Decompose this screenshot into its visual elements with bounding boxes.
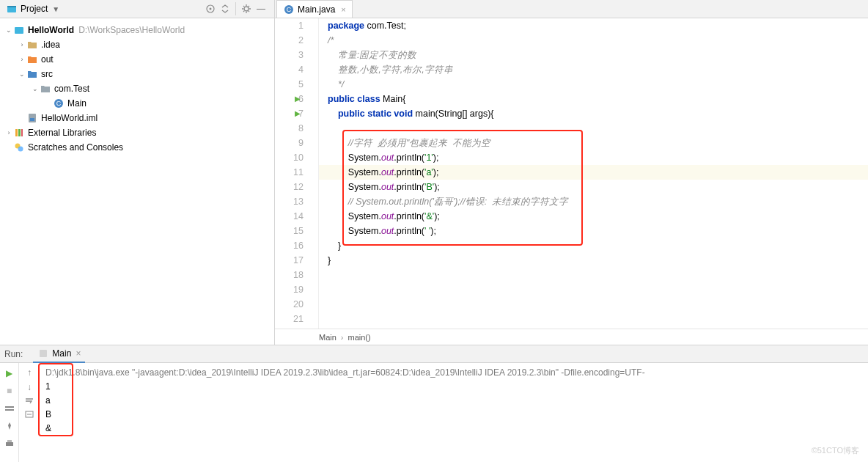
console-line: B bbox=[45, 408, 862, 422]
project-icon bbox=[6, 3, 18, 15]
svg-rect-12 bbox=[21, 129, 23, 136]
project-folder-icon bbox=[13, 24, 25, 36]
tree-label: External Libraries bbox=[28, 128, 96, 138]
svg-rect-17 bbox=[40, 350, 47, 357]
console-line: & bbox=[45, 422, 862, 436]
target-icon[interactable] bbox=[203, 1, 218, 16]
folder-icon bbox=[26, 39, 38, 51]
svg-point-14 bbox=[18, 147, 23, 152]
chevron-down-icon: ⌄ bbox=[18, 70, 26, 78]
chevron-down-icon: ⌄ bbox=[4, 26, 13, 34]
divider bbox=[235, 2, 236, 15]
svg-rect-9 bbox=[30, 118, 34, 121]
breadcrumb-class[interactable]: Main bbox=[319, 333, 336, 342]
svg-text:C: C bbox=[287, 6, 292, 13]
tree-item-package[interactable]: ⌄ com.Test bbox=[0, 81, 274, 96]
stop-icon[interactable]: ■ bbox=[4, 385, 15, 397]
scratches-icon bbox=[13, 142, 25, 153]
chevron-right-icon: › bbox=[4, 129, 13, 136]
tree-label: src bbox=[41, 69, 53, 79]
libraries-icon bbox=[13, 127, 25, 139]
down-icon[interactable]: ↓ bbox=[27, 382, 32, 392]
tree-label: .idea bbox=[41, 40, 60, 50]
project-name: HelloWorld bbox=[28, 25, 74, 35]
breadcrumb-method[interactable]: main() bbox=[348, 333, 371, 342]
tree-scratches[interactable]: Scratches and Consoles bbox=[0, 140, 274, 155]
hide-icon[interactable]: — bbox=[254, 1, 268, 16]
breadcrumb: Main › main() bbox=[275, 329, 868, 345]
chevron-right-icon: › bbox=[18, 56, 26, 63]
run-gutter-icon[interactable]: ▶ bbox=[295, 92, 301, 106]
code-editor[interactable]: 12345 6▶ 7▶ 89101112131415161718192021 p… bbox=[275, 18, 868, 329]
svg-rect-1 bbox=[7, 6, 16, 7]
tree-label: Main bbox=[67, 98, 87, 109]
tree-item-iml[interactable]: HelloWorld.iml bbox=[0, 111, 274, 125]
project-tree: ⌄ HelloWorld D:\WorkSpaces\HelloWorld › … bbox=[0, 18, 274, 345]
pin-icon[interactable] bbox=[4, 420, 15, 432]
dropdown-icon[interactable]: ▼ bbox=[52, 5, 59, 13]
run-tab-label: Main bbox=[52, 348, 71, 359]
wrap-icon[interactable] bbox=[24, 397, 34, 406]
console-command: D:\jdk1.8\bin\java.exe "-javaagent:D:\id… bbox=[45, 366, 862, 380]
run-gutter-icon[interactable]: ▶ bbox=[295, 106, 301, 121]
chevron-right-icon: › bbox=[18, 41, 26, 48]
tree-external-libs[interactable]: › External Libraries bbox=[0, 125, 274, 140]
svg-rect-11 bbox=[18, 129, 21, 136]
class-icon: C bbox=[53, 98, 65, 109]
tree-item-idea[interactable]: › .idea bbox=[0, 37, 274, 52]
svg-rect-19 bbox=[5, 409, 14, 411]
tree-item-main-class[interactable]: C Main bbox=[0, 96, 274, 111]
svg-rect-5 bbox=[15, 27, 23, 34]
svg-text:C: C bbox=[56, 100, 62, 107]
run-tab-main[interactable]: Main × bbox=[33, 345, 85, 363]
tree-item-out[interactable]: › out bbox=[0, 52, 274, 67]
layout-icon[interactable] bbox=[4, 403, 15, 414]
sidebar-title: Project bbox=[21, 4, 48, 14]
close-icon[interactable]: × bbox=[341, 5, 345, 14]
tree-label: out bbox=[41, 54, 54, 65]
gear-icon[interactable] bbox=[239, 1, 254, 16]
class-icon: C bbox=[283, 4, 295, 15]
console-line: a bbox=[45, 394, 862, 408]
svg-point-3 bbox=[210, 8, 212, 10]
tree-project-root[interactable]: ⌄ HelloWorld D:\WorkSpaces\HelloWorld bbox=[0, 23, 274, 37]
tab-label: Main.java bbox=[298, 4, 335, 15]
svg-rect-21 bbox=[7, 440, 12, 442]
console-line: 1 bbox=[45, 380, 862, 394]
up-icon[interactable]: ↑ bbox=[27, 367, 32, 378]
folder-blue-icon bbox=[26, 68, 38, 80]
project-path: D:\WorkSpaces\HelloWorld bbox=[78, 25, 185, 35]
tab-main-java[interactable]: C Main.java × bbox=[276, 0, 353, 18]
gutter: 12345 6▶ 7▶ 89101112131415161718192021 bbox=[275, 18, 319, 329]
app-icon bbox=[37, 348, 49, 359]
console-output[interactable]: D:\jdk1.8\bin\java.exe "-javaagent:D:\id… bbox=[40, 363, 868, 462]
tree-label: HelloWorld.iml bbox=[41, 113, 98, 123]
chevron-down-icon: ⌄ bbox=[31, 85, 40, 92]
folder-orange-icon bbox=[26, 54, 38, 65]
tree-label: com.Test bbox=[54, 84, 89, 94]
print-icon[interactable] bbox=[4, 438, 15, 450]
tree-label: Scratches and Consoles bbox=[28, 142, 123, 153]
svg-point-4 bbox=[244, 7, 249, 11]
tree-item-src[interactable]: ⌄ src bbox=[0, 67, 274, 81]
svg-rect-20 bbox=[6, 442, 13, 446]
collapse-icon[interactable] bbox=[218, 1, 232, 16]
package-icon bbox=[40, 83, 51, 95]
close-icon[interactable]: × bbox=[76, 348, 81, 359]
rerun-icon[interactable]: ▶ bbox=[4, 367, 15, 379]
run-label: Run: bbox=[4, 349, 23, 359]
scroll-icon[interactable] bbox=[24, 410, 34, 419]
watermark: ©51CTO博客 bbox=[812, 445, 859, 456]
svg-rect-10 bbox=[15, 129, 18, 136]
svg-rect-18 bbox=[5, 406, 14, 408]
iml-icon bbox=[26, 112, 38, 124]
